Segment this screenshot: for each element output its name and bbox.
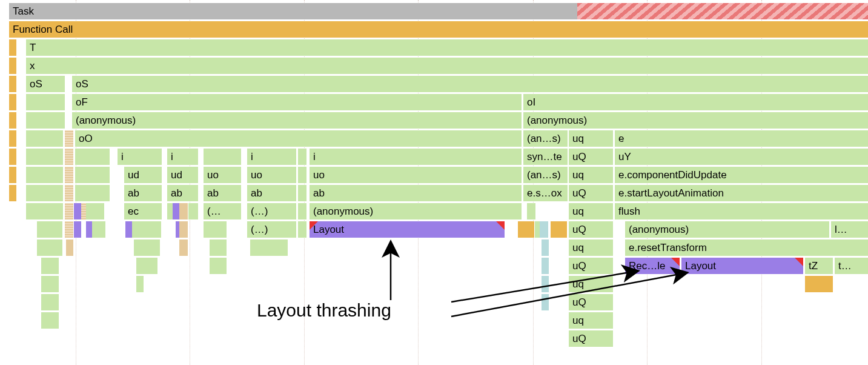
fn-br[interactable] xyxy=(26,112,65,129)
sliver[interactable] xyxy=(179,203,188,219)
sliver[interactable] xyxy=(298,203,306,219)
layout-bar-2[interactable]: Layout xyxy=(681,258,803,274)
fn-i[interactable]: i xyxy=(310,149,522,165)
fn-ab[interactable]: ab xyxy=(204,185,241,201)
fn-T[interactable]: T xyxy=(26,39,868,56)
fn-synte[interactable]: syn…te xyxy=(523,149,568,165)
sliver[interactable] xyxy=(298,221,306,238)
fn-anon[interactable]: (anonymous) xyxy=(310,203,522,219)
sliver[interactable] xyxy=(540,221,548,238)
fn-br[interactable] xyxy=(26,130,63,147)
sliver[interactable] xyxy=(210,258,227,274)
sliver[interactable] xyxy=(542,294,549,310)
fn-ttrunc[interactable]: t… xyxy=(835,258,868,274)
fn-uo[interactable]: uo xyxy=(247,167,296,183)
sliver[interactable] xyxy=(136,276,144,292)
function-call-bar[interactable]: Function Call xyxy=(9,21,868,38)
fn-br[interactable] xyxy=(204,149,241,165)
fn-uo[interactable]: uo xyxy=(310,167,522,183)
fn-ab[interactable]: ab xyxy=(310,185,522,201)
sliver[interactable] xyxy=(188,203,198,219)
fn-uq[interactable]: uq xyxy=(569,167,613,183)
fn-br[interactable] xyxy=(75,185,110,201)
sliver[interactable] xyxy=(41,276,59,292)
sliver[interactable] xyxy=(66,239,73,256)
fn-ans[interactable]: (an…s) xyxy=(523,167,568,183)
sliver[interactable] xyxy=(527,203,535,219)
fn-uq[interactable]: uq xyxy=(569,130,613,147)
fn-x[interactable]: x xyxy=(26,58,868,74)
fn-i[interactable]: i xyxy=(167,149,198,165)
fn-uq[interactable]: uq xyxy=(569,312,613,329)
microtask[interactable] xyxy=(65,185,73,201)
fn-flush[interactable]: flush xyxy=(615,203,868,219)
layout-bar-1[interactable]: Layout xyxy=(310,221,505,238)
recalc-bar[interactable]: Rec…le xyxy=(625,258,680,274)
fn-esox[interactable]: e.s…ox xyxy=(523,185,568,201)
fn-br[interactable] xyxy=(26,94,65,110)
sliver[interactable] xyxy=(9,167,16,183)
sliver[interactable] xyxy=(9,39,16,56)
sliver[interactable] xyxy=(9,58,16,74)
task-long-hatch[interactable] xyxy=(577,3,868,19)
sliver[interactable] xyxy=(9,94,16,110)
sliver[interactable] xyxy=(9,112,16,129)
fn-br[interactable] xyxy=(204,221,227,238)
fn-ud[interactable]: ud xyxy=(124,167,162,183)
fn-anon[interactable]: (anonymous) xyxy=(625,221,829,238)
fn-br[interactable] xyxy=(805,276,833,292)
fn-uq[interactable]: uq xyxy=(569,276,613,292)
fn-uQ[interactable]: uQ xyxy=(569,221,613,238)
fn-dots[interactable]: (… xyxy=(204,203,241,219)
microtask[interactable] xyxy=(65,149,73,165)
sliver[interactable] xyxy=(298,149,306,165)
fn-sla[interactable]: e.startLayoutAnimation xyxy=(615,185,868,201)
microtask[interactable] xyxy=(65,167,73,183)
sliver[interactable] xyxy=(92,221,105,238)
fn-br[interactable] xyxy=(250,239,288,256)
fn-ab[interactable]: ab xyxy=(124,185,162,201)
fn-dots[interactable]: (…) xyxy=(247,203,296,219)
fn-br[interactable] xyxy=(86,203,104,219)
sliver[interactable] xyxy=(9,130,16,147)
fn-br[interactable] xyxy=(37,221,62,238)
fn-ec[interactable]: ec xyxy=(124,203,162,219)
fn-br[interactable] xyxy=(37,239,62,256)
fn-oI[interactable]: oI xyxy=(523,94,868,110)
fn-i[interactable]: i xyxy=(247,149,296,165)
sliver[interactable] xyxy=(41,258,59,274)
sliver[interactable] xyxy=(542,258,549,274)
fn-br[interactable] xyxy=(26,185,63,201)
fn-oF[interactable]: oF xyxy=(72,94,522,110)
fn-oO[interactable]: oO xyxy=(75,130,522,147)
fn-br[interactable] xyxy=(26,149,63,165)
sliver[interactable] xyxy=(542,239,549,256)
fn-ab[interactable]: ab xyxy=(167,185,198,201)
fn-ud[interactable]: ud xyxy=(167,167,198,183)
sliver[interactable] xyxy=(9,76,16,92)
sliver[interactable] xyxy=(518,221,534,238)
sliver[interactable] xyxy=(179,239,188,256)
fn-oS[interactable]: oS xyxy=(26,76,65,92)
sliver[interactable] xyxy=(179,221,188,238)
fn-uQ[interactable]: uQ xyxy=(569,294,613,310)
fn-br[interactable] xyxy=(75,167,110,183)
fn-ab[interactable]: ab xyxy=(247,185,296,201)
fn-anon-2[interactable]: (anonymous) xyxy=(523,112,868,129)
fn-ltrunc[interactable]: l… xyxy=(831,221,868,238)
fn-br[interactable] xyxy=(134,239,160,256)
fn-cdu[interactable]: e.componentDidUpdate xyxy=(615,167,868,183)
fn-i[interactable]: i xyxy=(118,149,162,165)
sliver[interactable] xyxy=(9,149,16,165)
fn-reset[interactable]: e.resetTransform xyxy=(625,239,868,256)
fn-br[interactable] xyxy=(26,167,63,183)
fn-br[interactable] xyxy=(132,221,161,238)
microtask[interactable] xyxy=(65,130,73,147)
sliver[interactable] xyxy=(298,167,306,183)
microtask[interactable] xyxy=(65,221,73,238)
fn-e[interactable]: e xyxy=(615,130,868,147)
fn-uq[interactable]: uq xyxy=(569,239,613,256)
sliver[interactable] xyxy=(74,203,81,219)
sliver[interactable] xyxy=(136,258,157,274)
sliver[interactable] xyxy=(298,185,306,201)
